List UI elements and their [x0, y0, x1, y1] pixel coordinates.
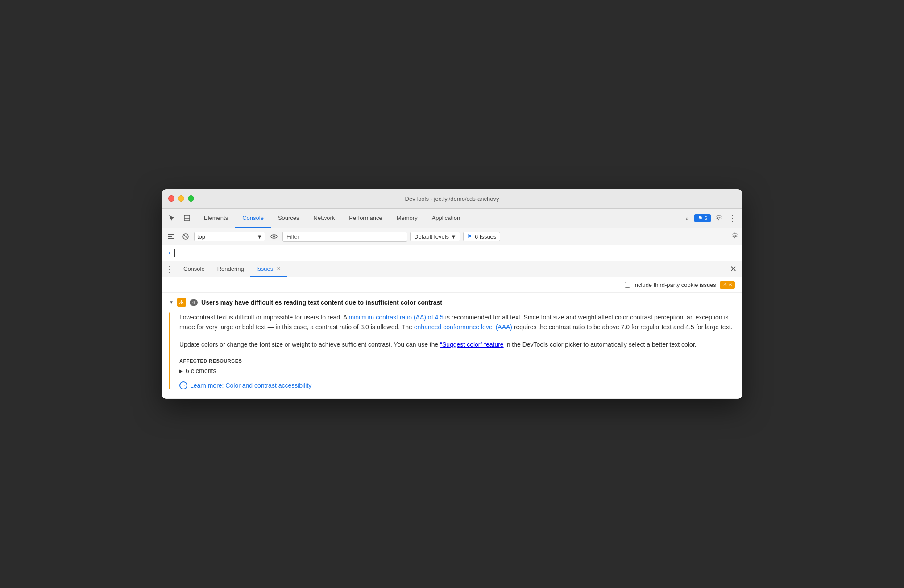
log-level-arrow: ▼	[451, 233, 456, 240]
issues-toolbar: Include third-party cookie issues ⚠ 6	[162, 277, 742, 293]
drawer-tab-close-icon[interactable]: ✕	[277, 266, 281, 272]
console-cursor	[174, 249, 175, 257]
issues-badge-button[interactable]: ⚑ 6	[694, 214, 711, 222]
issues-count-button[interactable]: ⚑ 6 Issues	[463, 232, 500, 241]
issue-group-contrast: ▼ ⚠ 6 Users may have difficulties readin…	[162, 293, 742, 399]
elements-toggle[interactable]: ▶ 6 elements	[179, 367, 735, 374]
issue-body: Low-contrast text is difficult or imposs…	[179, 312, 735, 389]
issue-description: Low-contrast text is difficult or imposs…	[179, 312, 735, 332]
devtools-window: DevTools - jec.fyi/demo/cds-anchovy Elem…	[162, 189, 742, 399]
tab-bar-icons	[166, 209, 193, 228]
aa-contrast-link[interactable]: minimum contrast ratio (AA) of 4.5	[348, 314, 443, 321]
desc-text-3: requires the contrast ratio to be above …	[512, 323, 732, 331]
issue-warning-icon: ⚠	[177, 298, 186, 307]
issue-count-badge: 6	[190, 299, 198, 306]
fix-text-2: in the DevTools color picker to automati…	[504, 341, 697, 348]
console-settings-icon[interactable]	[731, 232, 738, 241]
context-label: top	[197, 233, 205, 240]
issue-title: Users may have difficulties reading text…	[201, 299, 442, 306]
ban-icon[interactable]	[180, 231, 191, 242]
tab-memory[interactable]: Memory	[390, 209, 425, 228]
drawer-menu-icon[interactable]: ⋮	[166, 264, 174, 274]
context-selector[interactable]: top ▼	[194, 232, 265, 241]
traffic-lights	[168, 195, 194, 202]
tab-sources[interactable]: Sources	[271, 209, 307, 228]
drawer-tab-rendering[interactable]: Rendering	[211, 261, 250, 277]
third-party-cookie-checkbox[interactable]	[625, 282, 630, 288]
svg-rect-0	[184, 215, 190, 221]
elements-toggle-arrow: ▶	[179, 369, 183, 373]
learn-more-link[interactable]: → Learn more: Color and contrast accessi…	[179, 381, 735, 389]
maximize-button[interactable]	[188, 195, 194, 202]
tab-bar-right: » ⚑ 6 ⋮	[682, 209, 738, 228]
cursor-icon[interactable]	[166, 212, 178, 224]
issue-content: Low-contrast text is difficult or imposs…	[162, 312, 742, 398]
console-prompt: ›	[167, 249, 171, 257]
title-bar: DevTools - jec.fyi/demo/cds-anchovy	[162, 189, 742, 209]
issue-expand-arrow: ▼	[169, 300, 174, 305]
context-dropdown-arrow: ▼	[257, 233, 262, 240]
dock-icon[interactable]	[181, 212, 193, 224]
tab-network[interactable]: Network	[307, 209, 342, 228]
issues-badge-count: 6	[705, 215, 707, 221]
minimize-button[interactable]	[178, 195, 184, 202]
affected-resources-label: AFFECTED RESOURCES	[179, 358, 735, 364]
log-level-label: Default levels	[414, 233, 449, 240]
desc-text-1: Low-contrast text is difficult or imposs…	[179, 314, 348, 321]
more-tabs-button[interactable]: »	[682, 213, 693, 224]
close-button[interactable]	[168, 195, 174, 202]
svg-point-4	[271, 235, 277, 238]
issues-panel: Include third-party cookie issues ⚠ 6 ▼ …	[162, 277, 742, 399]
warning-icon: ⚠	[723, 282, 727, 288]
issue-fix-text: Update colors or change the font size or…	[179, 340, 735, 349]
eye-icon[interactable]	[268, 231, 280, 242]
sidebar-toggle-icon[interactable]	[166, 231, 177, 242]
issues-count-icon: ⚑	[467, 233, 472, 240]
learn-more-icon: →	[179, 381, 187, 389]
issues-warning-badge: ⚠ 6	[720, 281, 735, 289]
issue-header[interactable]: ▼ ⚠ 6 Users may have difficulties readin…	[162, 293, 742, 312]
window-title: DevTools - jec.fyi/demo/cds-anchovy	[405, 195, 499, 202]
fix-text-1: Update colors or change the font size or…	[179, 341, 440, 348]
svg-line-3	[184, 235, 188, 239]
tab-performance[interactable]: Performance	[342, 209, 389, 228]
drawer-tab-console[interactable]: Console	[177, 261, 211, 277]
drawer-close-button[interactable]: ✕	[728, 262, 738, 276]
svg-point-5	[273, 236, 275, 237]
main-tab-bar: Elements Console Sources Network Perform…	[162, 209, 742, 228]
issues-count-label: 6 Issues	[475, 233, 496, 240]
learn-more-text: Learn more: Color and contrast accessibi…	[190, 382, 311, 389]
drawer-tab-issues[interactable]: Issues ✕	[250, 261, 287, 277]
warning-badge-count: 6	[729, 282, 732, 287]
third-party-cookie-label: Include third-party cookie issues	[633, 282, 716, 288]
settings-button[interactable]	[713, 212, 725, 224]
issue-left-border	[169, 312, 170, 389]
filter-input[interactable]	[282, 232, 407, 242]
log-level-selector[interactable]: Default levels ▼	[410, 232, 460, 241]
drawer-tab-bar: ⋮ Console Rendering Issues ✕ ✕	[162, 261, 742, 277]
tab-elements[interactable]: Elements	[197, 209, 235, 228]
elements-count-label: 6 elements	[186, 367, 216, 374]
suggest-color-link[interactable]: “Suggest color” feature	[440, 341, 503, 348]
tab-application[interactable]: Application	[425, 209, 468, 228]
third-party-cookie-checkbox-label[interactable]: Include third-party cookie issues	[625, 282, 716, 288]
aaa-link[interactable]: enhanced conformance level (AAA)	[414, 323, 512, 331]
issues-badge-icon: ⚑	[698, 215, 703, 221]
tab-console[interactable]: Console	[235, 209, 271, 228]
more-options-button[interactable]: ⋮	[727, 213, 738, 223]
tabs-container: Elements Console Sources Network Perform…	[197, 209, 682, 228]
console-input-area[interactable]: ›	[162, 245, 742, 261]
console-toolbar: top ▼ Default levels ▼ ⚑ 6 Issues	[162, 228, 742, 245]
